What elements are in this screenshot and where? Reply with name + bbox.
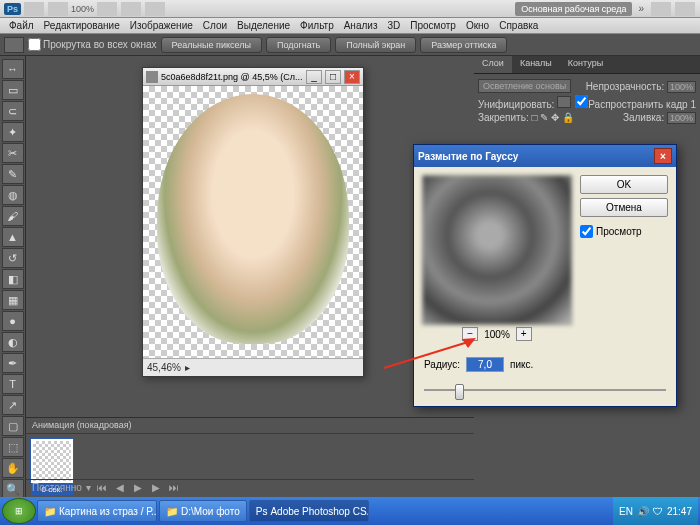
radius-slider[interactable] bbox=[424, 382, 666, 398]
menu-edit[interactable]: Редактирование bbox=[39, 20, 125, 31]
tray-icon[interactable]: 🔊 bbox=[637, 506, 649, 517]
fill-input[interactable]: 100% bbox=[667, 112, 696, 124]
propagate-checkbox[interactable]: Распространить кадр 1 bbox=[575, 95, 696, 110]
layers-panel-body: Осветление основы Непрозрачность: 100% У… bbox=[474, 74, 700, 128]
zoom-out-button[interactable]: − bbox=[462, 327, 478, 341]
tray-lang[interactable]: EN bbox=[619, 506, 633, 517]
cancel-button[interactable]: Отмена bbox=[580, 198, 668, 217]
system-tray[interactable]: EN 🔊 🛡 21:47 bbox=[613, 497, 698, 525]
taskbar-item[interactable]: PsAdobe Photoshop CS... bbox=[249, 500, 369, 522]
play-button[interactable]: ▶ bbox=[131, 482, 145, 494]
doc-zoom-text[interactable]: 45,46% bbox=[147, 362, 181, 373]
document-canvas[interactable] bbox=[143, 86, 363, 358]
menu-select[interactable]: Выделение bbox=[232, 20, 295, 31]
pen-tool-icon[interactable]: ✒ bbox=[2, 353, 24, 373]
dodge-tool-icon[interactable]: ◐ bbox=[2, 332, 24, 352]
status-arrow-icon[interactable]: ▸ bbox=[185, 362, 190, 373]
gradient-tool-icon[interactable]: ▦ bbox=[2, 290, 24, 310]
zoom-tool-icon[interactable]: 🔍 bbox=[2, 479, 24, 499]
marquee-tool-icon[interactable]: ▭ bbox=[2, 80, 24, 100]
menu-image[interactable]: Изображение bbox=[125, 20, 198, 31]
app-titlebar: Ps 100% Основная рабочая среда » bbox=[0, 0, 700, 18]
menu-layers[interactable]: Слои bbox=[198, 20, 232, 31]
opacity-input[interactable]: 100% bbox=[667, 81, 696, 93]
bridge-icon[interactable] bbox=[24, 2, 44, 16]
crop-tool-icon[interactable]: ✂ bbox=[2, 143, 24, 163]
lasso-tool-icon[interactable]: ⊂ bbox=[2, 101, 24, 121]
current-tool-icon[interactable] bbox=[4, 37, 24, 53]
move-tool-icon[interactable]: ↔ bbox=[2, 59, 24, 79]
workspace-button[interactable]: Основная рабочая среда bbox=[515, 2, 632, 16]
last-frame-button[interactable]: ⏭ bbox=[167, 482, 181, 494]
scroll-all-checkbox[interactable]: Прокрутка во всех окнах bbox=[28, 38, 157, 51]
document-titlebar[interactable]: 5c0a6e8d8f21t.png @ 45,5% (Сл... _ □ × bbox=[143, 68, 363, 86]
full-screen-button[interactable]: Полный экран bbox=[335, 37, 416, 53]
prev-frame-button[interactable]: ◀ bbox=[113, 482, 127, 494]
main-menu: Файл Редактирование Изображение Слои Выд… bbox=[0, 18, 700, 34]
type-tool-icon[interactable]: T bbox=[2, 374, 24, 394]
tab-layers[interactable]: Слои bbox=[474, 56, 512, 73]
chevron-double-icon[interactable]: » bbox=[634, 3, 648, 14]
history-icon[interactable] bbox=[48, 2, 68, 16]
stamp-tool-icon[interactable]: ▲ bbox=[2, 227, 24, 247]
menu-file[interactable]: Файл bbox=[4, 20, 39, 31]
slider-thumb[interactable] bbox=[455, 384, 464, 400]
screen-mode-icon[interactable] bbox=[145, 2, 165, 16]
tool-a-icon[interactable] bbox=[651, 2, 671, 16]
menu-window[interactable]: Окно bbox=[461, 20, 494, 31]
menu-3d[interactable]: 3D bbox=[382, 20, 405, 31]
start-button[interactable]: ⊞ bbox=[2, 498, 36, 524]
first-frame-button[interactable]: ⏮ bbox=[95, 482, 109, 494]
unify-icon[interactable] bbox=[557, 96, 571, 108]
brush-tool-icon[interactable]: 🖌 bbox=[2, 206, 24, 226]
arrange-icon[interactable] bbox=[121, 2, 141, 16]
tab-paths[interactable]: Контуры bbox=[560, 56, 611, 73]
tray-clock[interactable]: 21:47 bbox=[667, 506, 692, 517]
eyedropper-tool-icon[interactable]: ✎ bbox=[2, 164, 24, 184]
image-content bbox=[157, 94, 349, 344]
3d-tool-icon[interactable]: ⬚ bbox=[2, 437, 24, 457]
menu-analysis[interactable]: Анализ bbox=[339, 20, 383, 31]
menu-help[interactable]: Справка bbox=[494, 20, 543, 31]
radius-input[interactable]: 7,0 bbox=[466, 357, 504, 372]
menu-view[interactable]: Просмотр bbox=[405, 20, 461, 31]
next-frame-button[interactable]: ▶ bbox=[149, 482, 163, 494]
dialog-titlebar[interactable]: Размытие по Гауссу × bbox=[414, 145, 676, 167]
actual-pixels-button[interactable]: Реальные пикселы bbox=[161, 37, 262, 53]
minimize-button[interactable]: _ bbox=[306, 70, 322, 84]
loop-select[interactable]: Постоянно bbox=[32, 482, 82, 493]
zoom-in-button[interactable]: + bbox=[516, 327, 532, 341]
tool-b-icon[interactable] bbox=[675, 2, 695, 16]
shape-tool-icon[interactable]: ▢ bbox=[2, 416, 24, 436]
hand-tool-icon[interactable]: ✋ bbox=[2, 458, 24, 478]
taskbar-item[interactable]: 📁Картина из страз / Р... bbox=[37, 500, 157, 522]
gaussian-blur-dialog: Размытие по Гауссу × − 100% + OK Отмена … bbox=[413, 144, 677, 407]
preview-checkbox[interactable]: Просмотр bbox=[580, 225, 668, 238]
print-size-button[interactable]: Размер оттиска bbox=[420, 37, 507, 53]
animation-frame[interactable]: 0 сек. bbox=[30, 438, 74, 484]
dialog-close-button[interactable]: × bbox=[654, 148, 672, 164]
menu-filter[interactable]: Фильтр bbox=[295, 20, 339, 31]
history-brush-icon[interactable]: ↺ bbox=[2, 248, 24, 268]
filter-preview[interactable] bbox=[422, 175, 572, 325]
tab-channels[interactable]: Каналы bbox=[512, 56, 560, 73]
taskbar-item[interactable]: 📁D:\Мои фото bbox=[159, 500, 247, 522]
toolbox: ↔ ▭ ⊂ ✦ ✂ ✎ ◍ 🖌 ▲ ↺ ◧ ▦ ● ◐ ✒ T ↗ ▢ ⬚ ✋ … bbox=[0, 56, 26, 523]
heal-tool-icon[interactable]: ◍ bbox=[2, 185, 24, 205]
unify-label: Унифицировать: bbox=[478, 99, 554, 110]
blend-mode-select[interactable]: Осветление основы bbox=[478, 79, 571, 93]
wand-tool-icon[interactable]: ✦ bbox=[2, 122, 24, 142]
layers-panel-tabs: Слои Каналы Контуры bbox=[474, 56, 700, 74]
path-tool-icon[interactable]: ↗ bbox=[2, 395, 24, 415]
tray-icon[interactable]: 🛡 bbox=[653, 506, 663, 517]
fit-screen-button[interactable]: Подогнать bbox=[266, 37, 331, 53]
ok-button[interactable]: OK bbox=[580, 175, 668, 194]
animation-panel-title: Анимация (покадровая) bbox=[26, 418, 474, 434]
eraser-tool-icon[interactable]: ◧ bbox=[2, 269, 24, 289]
close-button[interactable]: × bbox=[344, 70, 360, 84]
hand-icon[interactable] bbox=[97, 2, 117, 16]
zoom-display[interactable]: 100% bbox=[71, 4, 94, 14]
maximize-button[interactable]: □ bbox=[325, 70, 341, 84]
app-logo: Ps bbox=[4, 3, 21, 15]
blur-tool-icon[interactable]: ● bbox=[2, 311, 24, 331]
